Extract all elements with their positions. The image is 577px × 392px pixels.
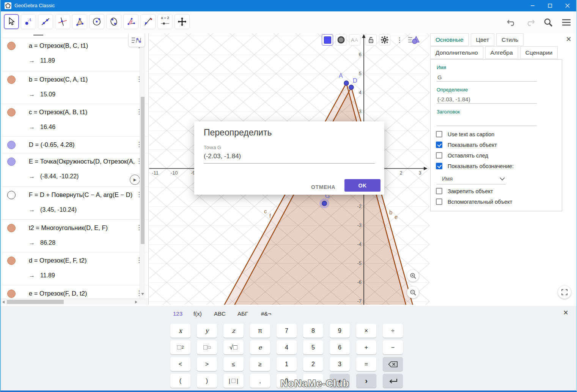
key-≥[interactable]: ≥ — [250, 357, 270, 371]
visibility-dot[interactable] — [7, 224, 16, 232]
keyboard-tab-ABC[interactable]: ABC — [212, 309, 228, 318]
algebra-style-toggle-button[interactable] — [128, 33, 145, 47]
object-definition[interactable]: F = D + Повернуть(C − A, arg(E − D) — [29, 191, 132, 198]
key-4[interactable]: 4 — [277, 340, 297, 354]
tool-line-with-point-button[interactable] — [140, 14, 156, 29]
key-9[interactable]: 9 — [330, 324, 350, 338]
tool-point-button[interactable]: A — [21, 14, 36, 29]
key-enter[interactable] — [383, 374, 403, 388]
checkbox-use-text-as-caption[interactable]: Use text as caption — [436, 131, 494, 137]
key-+[interactable]: + — [356, 340, 376, 354]
algebra-row-d[interactable]: d = Отрезок(E, F, t2)⋮→11.89 — [1, 252, 148, 285]
algebra-horizontal-scrollbar[interactable] — [1, 299, 149, 305]
algebra-row-D[interactable]: D = (-0.65, 4.28)⋮ — [1, 137, 148, 153]
key-2[interactable]: 2 — [303, 357, 323, 371]
object-definition[interactable]: t2 = Многоугольник(D, E, F) — [29, 224, 108, 231]
key-([interactable]: ( — [170, 374, 190, 388]
checkbox-закрепить-объект[interactable]: Закрепить объект — [436, 188, 493, 194]
ok-button[interactable]: OK — [344, 179, 380, 192]
object-definition[interactable]: E = Точка(Окружность(D, Отрезок(A, — [29, 158, 135, 165]
algebra-vertical-scrollbar[interactable] — [140, 33, 145, 299]
tool-perpendicular-lines-button[interactable] — [55, 14, 70, 29]
visibility-dot[interactable] — [7, 76, 16, 84]
keyboard-tab-f(x)[interactable]: f(x) — [191, 309, 204, 318]
key-abs[interactable]: || — [223, 374, 244, 388]
horizontal-scrollbar-thumb[interactable] — [7, 300, 64, 304]
object-definition[interactable]: e = Отрезок(F, D, t2) — [29, 290, 87, 297]
key-÷[interactable]: ÷ — [383, 324, 403, 338]
checkbox-показывать-обозначение-[interactable]: Показывать обозначение: — [436, 163, 514, 169]
key-3[interactable]: 3 — [330, 357, 350, 371]
key-y[interactable]: y — [197, 324, 217, 338]
key-x[interactable]: x — [170, 324, 190, 338]
keyboard-tab-#&¬[interactable]: #&¬ — [259, 309, 274, 318]
keyboard-tab-АБГ[interactable]: АБГ — [235, 309, 250, 318]
checkbox-вспомогательный-объект[interactable]: Вспомогательный объект — [436, 198, 512, 205]
stylebar-more-button[interactable]: ⋮ — [394, 34, 405, 46]
fullscreen-button[interactable] — [558, 286, 571, 299]
algebra-row-F[interactable]: F = D + Повернуть(C − A, arg(E − D)⋮→(3.… — [1, 187, 148, 220]
point-G[interactable] — [322, 201, 327, 206]
key-0[interactable]: 0 — [277, 374, 297, 388]
visibility-dot[interactable] — [7, 141, 16, 149]
key-1[interactable]: 1 — [277, 357, 297, 371]
name-input[interactable]: G — [437, 74, 442, 80]
key-cursor-left[interactable]: ‹ — [330, 374, 350, 388]
stylebar-lock-button[interactable] — [365, 34, 377, 46]
properties-tab-Алгебра[interactable]: Алгебра — [485, 46, 518, 59]
point-D[interactable] — [349, 85, 354, 90]
tool-slider-button[interactable]: a = 2 — [157, 14, 173, 29]
scroll-left-arrow-icon[interactable] — [2, 301, 5, 304]
object-definition[interactable]: b = Отрезок(C, A, t1) — [29, 76, 88, 83]
key-−[interactable]: − — [383, 340, 403, 354]
properties-tab-Цвет[interactable]: Цвет — [471, 33, 495, 46]
visibility-dot[interactable] — [7, 290, 16, 298]
visibility-dot[interactable] — [7, 157, 16, 166]
checkbox-оставлять-след[interactable]: Оставлять след — [436, 152, 488, 159]
scroll-down-arrow-icon[interactable] — [141, 293, 144, 295]
key-8[interactable]: 8 — [303, 324, 323, 338]
point-A[interactable] — [344, 81, 349, 85]
tool-move-button[interactable] — [4, 14, 19, 29]
redo-button[interactable] — [525, 17, 535, 28]
key->[interactable]: > — [197, 357, 217, 371]
object-definition[interactable]: D = (-0.65, 4.28) — [29, 141, 75, 148]
algebra-row-t2[interactable]: t2 = Многоугольник(D, E, F)⋮→86.28 — [1, 220, 148, 252]
key-π[interactable]: π — [250, 324, 270, 338]
key-5[interactable]: 5 — [303, 340, 323, 354]
visibility-dot[interactable] — [7, 108, 16, 116]
key-sqrt[interactable]: √ — [223, 340, 244, 354]
key-e[interactable]: e — [250, 340, 270, 354]
properties-tab-Сценарии[interactable]: Сценарии — [520, 46, 558, 59]
algebra-row-c[interactable]: c = Отрезок(A, B, t1)⋮→16.46 — [1, 104, 148, 137]
key-backspace[interactable] — [383, 357, 403, 371]
key-)[interactable]: ) — [197, 374, 217, 388]
dialog-definition-input[interactable]: (-2.03, -1.84) — [204, 153, 375, 164]
algebra-row-b[interactable]: b = Отрезок(C, A, t1)⋮→15.09 — [1, 71, 148, 104]
key-×[interactable]: × — [356, 324, 376, 338]
chevron-down-icon[interactable] — [500, 177, 505, 181]
menu-button[interactable] — [561, 17, 572, 28]
key-power[interactable] — [197, 340, 217, 354]
checkbox-показывать-объект[interactable]: Показывать объект — [436, 142, 497, 148]
stylebar-point-color-button[interactable] — [322, 34, 333, 46]
key-7[interactable]: 7 — [277, 324, 297, 338]
tool-line-button[interactable] — [38, 14, 53, 29]
object-definition[interactable]: d = Отрезок(E, F, t2) — [29, 257, 86, 264]
tool-rigid-polygon-button[interactable] — [72, 14, 87, 29]
key-≤[interactable]: ≤ — [223, 357, 244, 371]
close-keyboard-icon[interactable]: × — [563, 309, 568, 316]
object-definition[interactable]: a = Отрезок(B, C, t1) — [29, 42, 88, 49]
close-button[interactable] — [559, 0, 576, 11]
key-square[interactable]: 2 — [170, 340, 190, 354]
properties-tab-Дополнительно[interactable]: Дополнительно — [430, 46, 483, 59]
tool-pan-view-button[interactable] — [175, 14, 190, 29]
key-6[interactable]: 6 — [330, 340, 350, 354]
stylebar-label-style-button[interactable]: AA — [349, 34, 360, 46]
close-properties-icon[interactable]: × — [566, 35, 571, 43]
properties-tab-Основные[interactable]: Основные — [430, 33, 469, 46]
search-button[interactable] — [543, 17, 553, 28]
key-=[interactable]: = — [356, 357, 376, 371]
visibility-dot[interactable] — [7, 42, 16, 50]
algebra-row-E[interactable]: E = Точка(Окружность(D, Отрезок(A,⋮→(-8.… — [1, 153, 148, 187]
